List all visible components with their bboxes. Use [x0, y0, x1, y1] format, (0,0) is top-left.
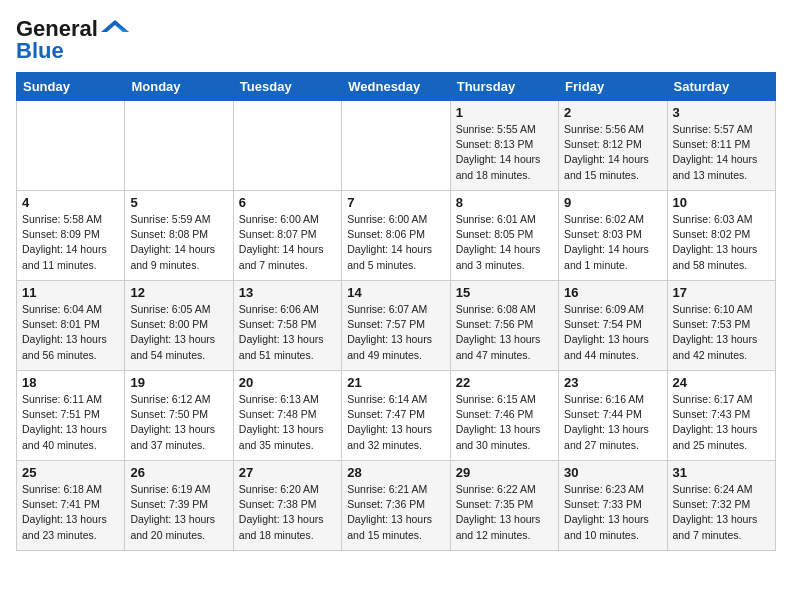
day-info: Sunrise: 6:17 AM Sunset: 7:43 PM Dayligh…: [673, 392, 770, 453]
day-info: Sunrise: 6:20 AM Sunset: 7:38 PM Dayligh…: [239, 482, 336, 543]
day-number: 18: [22, 375, 119, 390]
day-number: 24: [673, 375, 770, 390]
day-info: Sunrise: 6:09 AM Sunset: 7:54 PM Dayligh…: [564, 302, 661, 363]
calendar-cell-34: 31Sunrise: 6:24 AM Sunset: 7:32 PM Dayli…: [667, 461, 775, 551]
calendar-cell-5: 2Sunrise: 5:56 AM Sunset: 8:12 PM Daylig…: [559, 101, 667, 191]
calendar-cell-9: 6Sunrise: 6:00 AM Sunset: 8:07 PM Daylig…: [233, 191, 341, 281]
day-info: Sunrise: 5:58 AM Sunset: 8:09 PM Dayligh…: [22, 212, 119, 273]
day-info: Sunrise: 5:57 AM Sunset: 8:11 PM Dayligh…: [673, 122, 770, 183]
calendar-cell-14: 11Sunrise: 6:04 AM Sunset: 8:01 PM Dayli…: [17, 281, 125, 371]
day-number: 26: [130, 465, 227, 480]
day-number: 6: [239, 195, 336, 210]
calendar-cell-32: 29Sunrise: 6:22 AM Sunset: 7:35 PM Dayli…: [450, 461, 558, 551]
page-header: General Blue: [16, 16, 776, 64]
day-number: 1: [456, 105, 553, 120]
calendar-cell-26: 23Sunrise: 6:16 AM Sunset: 7:44 PM Dayli…: [559, 371, 667, 461]
logo: General Blue: [16, 16, 129, 64]
calendar-cell-16: 13Sunrise: 6:06 AM Sunset: 7:58 PM Dayli…: [233, 281, 341, 371]
calendar-cell-3: [342, 101, 450, 191]
day-info: Sunrise: 6:16 AM Sunset: 7:44 PM Dayligh…: [564, 392, 661, 453]
day-number: 28: [347, 465, 444, 480]
logo-bird-icon: [101, 18, 129, 36]
weekday-header-saturday: Saturday: [667, 73, 775, 101]
day-info: Sunrise: 6:13 AM Sunset: 7:48 PM Dayligh…: [239, 392, 336, 453]
day-info: Sunrise: 6:00 AM Sunset: 8:07 PM Dayligh…: [239, 212, 336, 273]
calendar-cell-19: 16Sunrise: 6:09 AM Sunset: 7:54 PM Dayli…: [559, 281, 667, 371]
day-number: 22: [456, 375, 553, 390]
calendar-cell-18: 15Sunrise: 6:08 AM Sunset: 7:56 PM Dayli…: [450, 281, 558, 371]
day-number: 7: [347, 195, 444, 210]
day-number: 23: [564, 375, 661, 390]
day-info: Sunrise: 6:19 AM Sunset: 7:39 PM Dayligh…: [130, 482, 227, 543]
calendar-cell-11: 8Sunrise: 6:01 AM Sunset: 8:05 PM Daylig…: [450, 191, 558, 281]
day-info: Sunrise: 6:01 AM Sunset: 8:05 PM Dayligh…: [456, 212, 553, 273]
day-info: Sunrise: 6:21 AM Sunset: 7:36 PM Dayligh…: [347, 482, 444, 543]
calendar-cell-24: 21Sunrise: 6:14 AM Sunset: 7:47 PM Dayli…: [342, 371, 450, 461]
calendar-cell-28: 25Sunrise: 6:18 AM Sunset: 7:41 PM Dayli…: [17, 461, 125, 551]
calendar-cell-33: 30Sunrise: 6:23 AM Sunset: 7:33 PM Dayli…: [559, 461, 667, 551]
day-number: 25: [22, 465, 119, 480]
calendar-table: SundayMondayTuesdayWednesdayThursdayFrid…: [16, 72, 776, 551]
day-number: 4: [22, 195, 119, 210]
day-number: 31: [673, 465, 770, 480]
day-number: 10: [673, 195, 770, 210]
calendar-cell-1: [125, 101, 233, 191]
calendar-week-row-4: 18Sunrise: 6:11 AM Sunset: 7:51 PM Dayli…: [17, 371, 776, 461]
weekday-header-friday: Friday: [559, 73, 667, 101]
day-number: 8: [456, 195, 553, 210]
calendar-cell-27: 24Sunrise: 6:17 AM Sunset: 7:43 PM Dayli…: [667, 371, 775, 461]
calendar-cell-31: 28Sunrise: 6:21 AM Sunset: 7:36 PM Dayli…: [342, 461, 450, 551]
day-info: Sunrise: 6:23 AM Sunset: 7:33 PM Dayligh…: [564, 482, 661, 543]
day-number: 17: [673, 285, 770, 300]
calendar-cell-13: 10Sunrise: 6:03 AM Sunset: 8:02 PM Dayli…: [667, 191, 775, 281]
day-info: Sunrise: 6:06 AM Sunset: 7:58 PM Dayligh…: [239, 302, 336, 363]
day-info: Sunrise: 6:04 AM Sunset: 8:01 PM Dayligh…: [22, 302, 119, 363]
calendar-cell-10: 7Sunrise: 6:00 AM Sunset: 8:06 PM Daylig…: [342, 191, 450, 281]
day-number: 16: [564, 285, 661, 300]
calendar-week-row-2: 4Sunrise: 5:58 AM Sunset: 8:09 PM Daylig…: [17, 191, 776, 281]
day-number: 2: [564, 105, 661, 120]
weekday-header-wednesday: Wednesday: [342, 73, 450, 101]
calendar-week-row-1: 1Sunrise: 5:55 AM Sunset: 8:13 PM Daylig…: [17, 101, 776, 191]
day-info: Sunrise: 5:55 AM Sunset: 8:13 PM Dayligh…: [456, 122, 553, 183]
calendar-cell-4: 1Sunrise: 5:55 AM Sunset: 8:13 PM Daylig…: [450, 101, 558, 191]
calendar-cell-30: 27Sunrise: 6:20 AM Sunset: 7:38 PM Dayli…: [233, 461, 341, 551]
calendar-cell-21: 18Sunrise: 6:11 AM Sunset: 7:51 PM Dayli…: [17, 371, 125, 461]
weekday-header-sunday: Sunday: [17, 73, 125, 101]
calendar-cell-29: 26Sunrise: 6:19 AM Sunset: 7:39 PM Dayli…: [125, 461, 233, 551]
weekday-header-thursday: Thursday: [450, 73, 558, 101]
day-number: 11: [22, 285, 119, 300]
day-number: 14: [347, 285, 444, 300]
calendar-cell-6: 3Sunrise: 5:57 AM Sunset: 8:11 PM Daylig…: [667, 101, 775, 191]
day-info: Sunrise: 6:24 AM Sunset: 7:32 PM Dayligh…: [673, 482, 770, 543]
day-info: Sunrise: 6:07 AM Sunset: 7:57 PM Dayligh…: [347, 302, 444, 363]
logo-text-blue: Blue: [16, 38, 64, 64]
day-number: 3: [673, 105, 770, 120]
day-number: 21: [347, 375, 444, 390]
day-info: Sunrise: 6:02 AM Sunset: 8:03 PM Dayligh…: [564, 212, 661, 273]
day-info: Sunrise: 5:56 AM Sunset: 8:12 PM Dayligh…: [564, 122, 661, 183]
day-info: Sunrise: 6:00 AM Sunset: 8:06 PM Dayligh…: [347, 212, 444, 273]
weekday-header-row: SundayMondayTuesdayWednesdayThursdayFrid…: [17, 73, 776, 101]
calendar-cell-7: 4Sunrise: 5:58 AM Sunset: 8:09 PM Daylig…: [17, 191, 125, 281]
calendar-cell-17: 14Sunrise: 6:07 AM Sunset: 7:57 PM Dayli…: [342, 281, 450, 371]
day-info: Sunrise: 6:18 AM Sunset: 7:41 PM Dayligh…: [22, 482, 119, 543]
day-number: 12: [130, 285, 227, 300]
day-number: 20: [239, 375, 336, 390]
day-number: 27: [239, 465, 336, 480]
day-number: 13: [239, 285, 336, 300]
day-info: Sunrise: 6:22 AM Sunset: 7:35 PM Dayligh…: [456, 482, 553, 543]
day-info: Sunrise: 6:03 AM Sunset: 8:02 PM Dayligh…: [673, 212, 770, 273]
calendar-cell-20: 17Sunrise: 6:10 AM Sunset: 7:53 PM Dayli…: [667, 281, 775, 371]
day-info: Sunrise: 5:59 AM Sunset: 8:08 PM Dayligh…: [130, 212, 227, 273]
day-number: 29: [456, 465, 553, 480]
calendar-cell-23: 20Sunrise: 6:13 AM Sunset: 7:48 PM Dayli…: [233, 371, 341, 461]
day-number: 9: [564, 195, 661, 210]
day-number: 30: [564, 465, 661, 480]
day-info: Sunrise: 6:08 AM Sunset: 7:56 PM Dayligh…: [456, 302, 553, 363]
weekday-header-monday: Monday: [125, 73, 233, 101]
day-info: Sunrise: 6:14 AM Sunset: 7:47 PM Dayligh…: [347, 392, 444, 453]
calendar-cell-15: 12Sunrise: 6:05 AM Sunset: 8:00 PM Dayli…: [125, 281, 233, 371]
day-number: 5: [130, 195, 227, 210]
calendar-cell-25: 22Sunrise: 6:15 AM Sunset: 7:46 PM Dayli…: [450, 371, 558, 461]
